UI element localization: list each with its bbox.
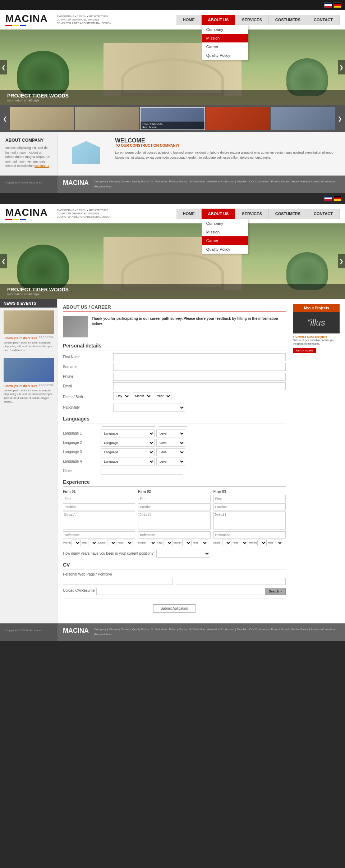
exp-03-month-to-select[interactable]: [257, 540, 267, 546]
cv-search-button[interactable]: Search >: [265, 588, 286, 595]
nav-contact-1[interactable]: CONTACT: [307, 15, 340, 25]
nav-about-1[interactable]: ABOUT US: [202, 15, 235, 25]
exp-03-year-from-select[interactable]: [239, 540, 248, 546]
nav-home-2[interactable]: HOME: [176, 209, 202, 219]
footer-logo-2: MACINA: [63, 627, 89, 635]
nav-services-1[interactable]: SERVICES: [235, 15, 268, 25]
thumb-next-1[interactable]: ❯: [335, 116, 345, 122]
lang-other-input[interactable]: [101, 467, 183, 475]
exp-01-month-to-select[interactable]: [107, 540, 116, 546]
flag-de-sep[interactable]: [334, 196, 341, 201]
lang-level-1[interactable]: Level: [156, 430, 185, 437]
thumb-2[interactable]: [75, 107, 139, 130]
exp-03-year-to-select[interactable]: [274, 540, 283, 546]
slider-next-1[interactable]: ❯: [338, 60, 345, 74]
nav-contact-2[interactable]: CONTACT: [307, 209, 340, 219]
nationality-select[interactable]: [113, 404, 185, 412]
dropdown-mission-2[interactable]: Mission: [202, 228, 248, 236]
years-select[interactable]: [156, 550, 210, 558]
content-row-1: ABOUT COMPANY consec adipiscing elit, pe…: [0, 132, 345, 176]
thumb-5[interactable]: [271, 107, 335, 130]
nav-costumers-2[interactable]: COSTUMERS: [269, 209, 307, 219]
exp-firm-01-position[interactable]: [63, 503, 135, 510]
slider-prev-1[interactable]: ❮: [0, 60, 7, 74]
nav-home-1[interactable]: HOME: [176, 15, 202, 25]
exp-firm-03-position[interactable]: [213, 503, 286, 510]
lang-select-1[interactable]: Language: [101, 430, 155, 437]
exp-02-month-to-select[interactable]: [182, 540, 192, 546]
cv-web-input-2[interactable]: [176, 578, 286, 585]
thumb-prev-1[interactable]: ❮: [0, 116, 10, 122]
exp-01-year-to-select[interactable]: [124, 540, 133, 546]
footer-copy-2: Copyright © 2009 Macina-eu: [5, 629, 52, 632]
footer-links-2: Company | Mission | Career | Quelty Poli…: [63, 627, 340, 637]
dropdown-quality-2[interactable]: Quality Policy: [202, 245, 248, 254]
exp-03-month-from-select[interactable]: [222, 540, 231, 546]
lang-level-2[interactable]: Level: [156, 439, 185, 447]
dropdown-company-1[interactable]: Company: [202, 25, 248, 34]
dropdown-career-1[interactable]: Career: [202, 42, 248, 51]
dob-month-select[interactable]: Month: [132, 392, 152, 400]
exp-firm-03-detail[interactable]: [213, 512, 286, 530]
exp-firm-02-ref[interactable]: [138, 531, 210, 538]
flag-de-icon[interactable]: [334, 3, 341, 8]
flag-uk-icon[interactable]: [324, 3, 332, 8]
phone-input[interactable]: [113, 373, 286, 381]
exp-02-year-to-select[interactable]: [199, 540, 208, 546]
exp-firm-02-firm[interactable]: [138, 495, 210, 502]
footer-right-1: MACINA Company | Mission | Career | Quel…: [58, 176, 345, 193]
site-footer-1: Copyright © 2009 Macina-eu MACINA Compan…: [0, 176, 345, 193]
lang-select-4[interactable]: Language: [101, 458, 155, 465]
exp-firm-01-firm[interactable]: [63, 495, 135, 502]
news-title-2[interactable]: Lorem ipsum dolor surz: [4, 384, 37, 388]
read-more-button[interactable]: READ MORE: [293, 348, 316, 353]
dropdown-company-2[interactable]: Company: [202, 219, 248, 228]
nationality-row: Nationality: [63, 404, 286, 412]
dob-year-select[interactable]: Year: [154, 392, 171, 400]
news-title-1[interactable]: Lorem ipsum dolor surz: [4, 336, 37, 340]
exp-firm-01-ref[interactable]: [63, 531, 135, 538]
news-title-row-1: Lorem ipsum dolor surz 28-10-2008: [4, 336, 54, 340]
cv-web-input-1[interactable]: [63, 578, 173, 585]
lang-select-3[interactable]: Language: [101, 448, 155, 456]
projects-sidebar: About Projects “illus ● Gravida nunc sed…: [293, 304, 340, 618]
surname-input[interactable]: [113, 363, 286, 371]
dob-inputs: Day Month Year: [113, 392, 286, 400]
about-link-1[interactable]: incidunt ut: [34, 164, 49, 168]
nav-services-2[interactable]: SERVICES: [235, 209, 268, 219]
email-input[interactable]: [113, 382, 286, 390]
exp-firm-03-firm[interactable]: [213, 495, 286, 502]
thumb-4[interactable]: [206, 107, 270, 130]
lang-level-3[interactable]: Level: [156, 448, 185, 456]
lang-row-4: Language 4 Language Level: [63, 458, 286, 465]
dropdown-career-2[interactable]: Career: [202, 236, 248, 245]
exp-firm-02-position[interactable]: [138, 503, 210, 510]
exp-firm-02-detail[interactable]: [138, 512, 210, 530]
dropdown-mission-1[interactable]: Mission: [202, 34, 248, 42]
lang-other-row: Other: [63, 467, 286, 475]
cv-upload-input[interactable]: [96, 588, 263, 595]
dropdown-quality-1[interactable]: Quality Policy: [202, 51, 248, 60]
nav-costumers-1[interactable]: COSTUMERS: [269, 15, 307, 25]
slider-next-2[interactable]: ❯: [338, 254, 345, 268]
exp-firm-03-ref[interactable]: [213, 531, 286, 538]
nav-about-wrapper-1: ABOUT US Company Mission Career Quality …: [202, 15, 235, 25]
dob-day-select[interactable]: Day: [113, 392, 130, 400]
thumb-1[interactable]: [10, 107, 74, 130]
news-img-2: [4, 358, 54, 382]
exp-01-year-from-select[interactable]: [88, 540, 97, 546]
exp-firm-01-detail[interactable]: [63, 512, 135, 530]
exp-02-month-from-select[interactable]: [147, 540, 156, 546]
thumb-3[interactable]: TIGER WOODSshop house: [140, 107, 205, 130]
lang-select-2[interactable]: Language: [101, 439, 155, 447]
submit-button[interactable]: Submit Aplication: [153, 604, 196, 613]
exp-02-year-from-select[interactable]: [164, 540, 173, 546]
nav-about-2[interactable]: ABOUT US: [202, 209, 235, 219]
lang-level-4[interactable]: Level: [156, 458, 185, 465]
first-name-input[interactable]: [113, 353, 286, 361]
lang-row-1: Language 1 Language Level: [63, 430, 286, 437]
footer-right-2: MACINA Company | Mission | Career | Quel…: [58, 623, 345, 641]
flag-uk-sep[interactable]: [324, 196, 332, 201]
exp-01-month-from-select[interactable]: [72, 540, 81, 546]
slider-prev-2[interactable]: ❮: [0, 254, 7, 268]
